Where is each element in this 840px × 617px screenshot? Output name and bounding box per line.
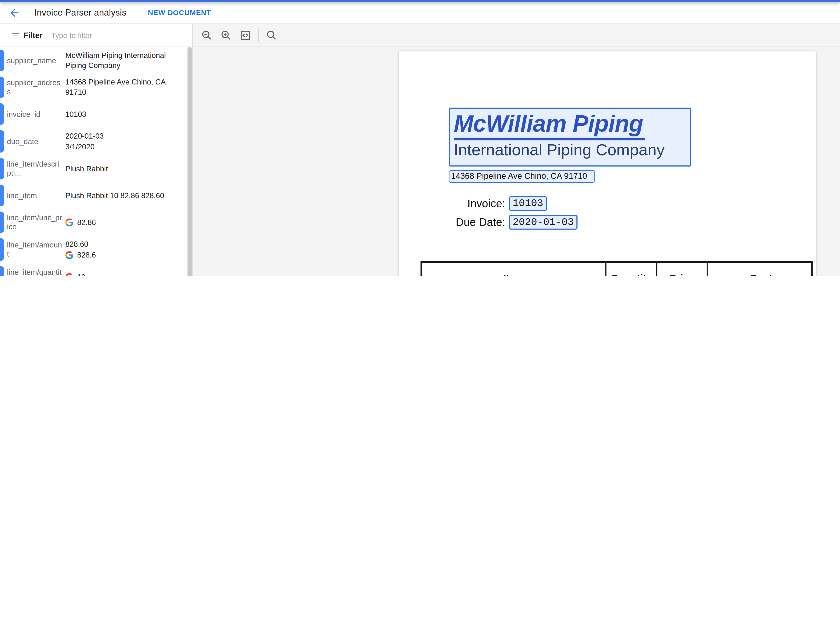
fields-sidebar: Filter supplier_nameMcWilliam Piping Int… xyxy=(0,24,193,276)
field-value: Plush Rabbit 10 82.86 828.60 xyxy=(65,190,187,201)
supplier-name-highlight[interactable]: McWilliam Piping International Piping Co… xyxy=(449,108,691,167)
code-view-button[interactable] xyxy=(237,27,253,43)
field-row[interactable]: line_item/amount828.60828.6 xyxy=(0,236,187,263)
field-label: line_item/quantity xyxy=(7,268,63,276)
field-accent-bar xyxy=(0,77,4,98)
field-row[interactable]: line_item/unit_price82.86 xyxy=(0,209,187,236)
app-window: Invoice Parser analysis NEW DOCUMENT Fil… xyxy=(0,0,840,276)
table-header-row: ItemQuantityPriceCost xyxy=(422,263,811,276)
invoice-id-highlight[interactable]: 10103 xyxy=(509,196,547,211)
supplier-address-highlight[interactable]: 14368 Pipeline Ave Chino, CA 91710 xyxy=(449,170,595,182)
due-date-label: Due Date: xyxy=(451,216,505,229)
company-title: McWilliam Piping xyxy=(454,111,645,140)
field-list: supplier_nameMcWilliam Piping Internatio… xyxy=(0,47,187,276)
field-label: line_item/unit_price xyxy=(7,213,63,231)
document-viewer: McWilliam Piping International Piping Co… xyxy=(193,24,840,276)
viewer-toolbar xyxy=(193,24,840,47)
field-label: line_item xyxy=(7,191,63,200)
field-row[interactable]: supplier_address14368 Pipeline Ave Chino… xyxy=(0,74,187,101)
page-title: Invoice Parser analysis xyxy=(34,7,126,18)
toolbar-divider xyxy=(258,28,259,42)
field-row[interactable]: line_item/quantity10 xyxy=(0,264,187,276)
field-accent-bar xyxy=(0,266,4,276)
field-row[interactable]: invoice_id10103 xyxy=(0,101,187,128)
invoice-label: Invoice: xyxy=(451,197,505,210)
field-label: line_item/descripti... xyxy=(7,159,63,178)
field-value-line: McWilliam Piping International Piping Co… xyxy=(65,50,187,71)
field-value-line: 10103 xyxy=(65,109,187,120)
field-accent-bar xyxy=(0,238,4,261)
field-value: Plush Rabbit xyxy=(65,163,187,174)
field-value: 828.60828.6 xyxy=(65,239,187,260)
field-row[interactable]: line_item/descripti...Plush Rabbit xyxy=(0,155,187,182)
filter-bar: Filter xyxy=(0,24,192,47)
field-value-line: 3/1/2020 xyxy=(65,142,187,152)
zoom-in-icon xyxy=(220,29,232,41)
field-label: supplier_address xyxy=(7,78,63,96)
field-row[interactable]: line_itemPlush Rabbit 10 82.86 828.60 xyxy=(0,182,187,209)
field-value-text: 10 xyxy=(77,272,86,276)
search-button[interactable] xyxy=(264,27,280,43)
field-value-line: 2020-01-03 xyxy=(65,131,187,142)
filter-icon xyxy=(11,31,20,40)
field-value-line: Plush Rabbit xyxy=(65,163,187,174)
due-date-highlight[interactable]: 2020-01-03 xyxy=(509,215,577,230)
field-value-text: 10103 xyxy=(65,109,86,119)
field-value-text: 828.6 xyxy=(77,250,96,260)
field-value-text: Plush Rabbit 10 82.86 828.60 xyxy=(65,190,164,201)
field-value-line: 828.6 xyxy=(65,249,187,260)
field-value: 10103 xyxy=(65,109,187,120)
field-value: 10 xyxy=(65,272,187,276)
field-value-line: Plush Rabbit 10 82.86 828.60 xyxy=(65,190,187,201)
filter-label: Filter xyxy=(24,31,42,40)
company-subtitle: International Piping Company xyxy=(454,141,690,158)
field-label: line_item/amount xyxy=(7,241,63,259)
column-header: Cost xyxy=(708,263,814,276)
field-accent-bar xyxy=(0,185,4,206)
field-value-line: 10 xyxy=(65,272,187,276)
field-value-text: 2020-01-03 xyxy=(65,131,104,141)
column-header-text: Price xyxy=(670,273,694,276)
field-value: McWilliam Piping International Piping Co… xyxy=(65,50,187,71)
invoice-table: ItemQuantityPriceCostPlush Rabbit10$82.8… xyxy=(420,261,813,276)
field-value-line: 82.86 xyxy=(65,217,187,227)
field-value-text: McWilliam Piping International Piping Co… xyxy=(65,50,187,71)
field-accent-bar xyxy=(0,211,4,233)
browser-accent-strip xyxy=(0,0,840,2)
field-row[interactable]: supplier_nameMcWilliam Piping Internatio… xyxy=(0,47,187,74)
field-accent-bar xyxy=(0,130,4,153)
field-value-text: 828.60 xyxy=(65,239,88,249)
column-header-text: Item xyxy=(503,273,524,276)
field-accent-bar xyxy=(0,103,4,125)
filter-input[interactable] xyxy=(50,30,152,40)
field-accent-bar xyxy=(0,50,4,71)
code-view-icon xyxy=(240,29,251,41)
field-label: supplier_name xyxy=(7,56,63,65)
column-header: Quantity xyxy=(606,263,658,276)
sidebar-scrollbar[interactable] xyxy=(187,47,192,276)
sidebar-scrollbar-thumb[interactable] xyxy=(188,47,192,276)
field-value-text: 3/1/2020 xyxy=(65,142,95,152)
field-value-line: 828.60 xyxy=(65,239,187,249)
zoom-out-button[interactable] xyxy=(199,27,215,43)
google-icon xyxy=(65,251,74,259)
field-value-text: 82.86 xyxy=(77,217,96,227)
app-header: Invoice Parser analysis NEW DOCUMENT xyxy=(0,2,840,24)
new-document-button[interactable]: NEW DOCUMENT xyxy=(148,9,211,17)
invoice-meta: Invoice: 10103 Due Date: 2020-01-03 xyxy=(451,196,578,230)
field-value: 82.86 xyxy=(65,217,187,227)
column-header-text: Cost xyxy=(750,273,772,276)
arrow-left-icon xyxy=(9,7,20,18)
zoom-in-button[interactable] xyxy=(218,27,234,43)
field-value-line: 14368 Pipeline Ave Chino, CA 91710 xyxy=(65,77,187,97)
back-button[interactable] xyxy=(7,6,21,19)
field-accent-bar xyxy=(0,158,4,179)
field-row[interactable]: due_date2020-01-033/1/2020 xyxy=(0,127,187,155)
field-label: invoice_id xyxy=(7,109,63,119)
google-icon xyxy=(65,273,74,276)
field-value: 2020-01-033/1/2020 xyxy=(65,131,187,152)
viewer-canvas: McWilliam Piping International Piping Co… xyxy=(193,47,840,276)
column-header: Item xyxy=(422,263,606,276)
field-value-text: 14368 Pipeline Ave Chino, CA 91710 xyxy=(65,77,187,97)
body: Filter supplier_nameMcWilliam Piping Int… xyxy=(0,24,840,276)
